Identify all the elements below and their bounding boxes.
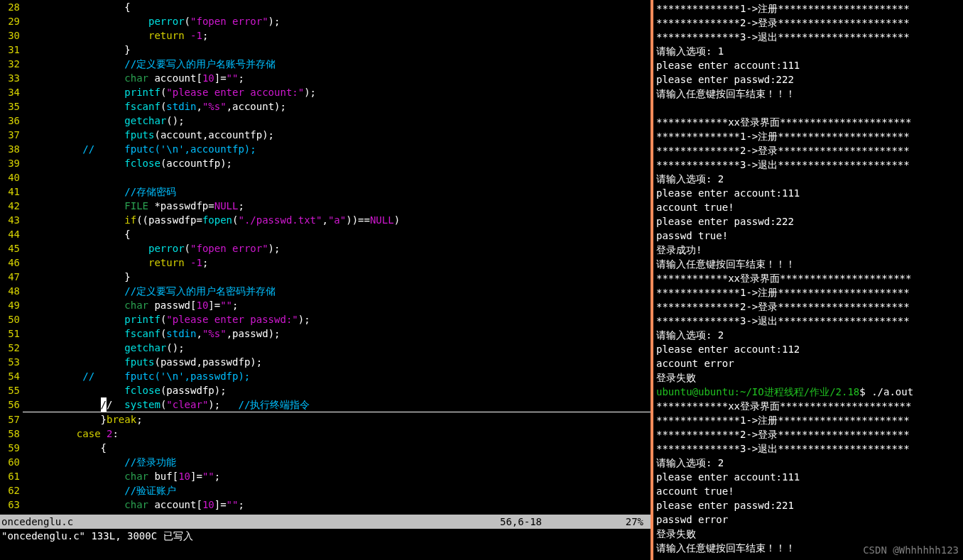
code-line[interactable]: 50 printf("please enter passwd:"); <box>0 312 651 326</box>
code-content[interactable]: // fputc('\n',passwdfp); <box>23 369 651 383</box>
line-number: 40 <box>0 170 23 185</box>
cursor-position: 56,6-18 <box>500 515 606 529</box>
prompt-user-host: ubuntu@ubuntu:~/IO进程线程/作业/2.18 <box>656 386 859 397</box>
code-content[interactable]: //存储密码 <box>23 185 651 199</box>
line-number: 44 <box>0 227 23 241</box>
code-line[interactable]: 58 case 2: <box>0 427 651 441</box>
line-number: 37 <box>0 128 23 142</box>
code-content[interactable]: printf("please enter account:"); <box>23 85 651 99</box>
prompt-command: $ ./a.out <box>859 386 913 397</box>
terminal-line: **************2->登录*********************… <box>656 427 960 441</box>
code-content[interactable]: perror("fopen error"); <box>23 14 651 28</box>
terminal-line: **************1->注册*********************… <box>656 1 960 16</box>
code-content[interactable]: getchar(); <box>23 341 651 355</box>
code-content[interactable]: if((passwdfp=fopen("./passwd.txt","a"))=… <box>23 213 651 227</box>
code-line[interactable]: 35 fscanf(stdin,"%s",account); <box>0 99 651 114</box>
code-line[interactable]: 33 char account[10]=""; <box>0 71 651 85</box>
terminal-line: ************xx登录界面********************** <box>656 271 960 285</box>
terminal-line: 登录失败 <box>656 527 960 541</box>
code-line[interactable]: 60 //登录功能 <box>0 455 651 469</box>
code-content[interactable]: char account[10]=""; <box>23 498 651 512</box>
code-content[interactable]: fscanf(stdin,"%s",account); <box>23 99 651 114</box>
code-content[interactable]: char buf[10]=""; <box>23 469 651 483</box>
code-line[interactable]: 45 perror("fopen error"); <box>0 241 651 256</box>
code-content[interactable]: { <box>23 227 651 241</box>
code-line[interactable]: 38 // fputc('\n',accountfp); <box>0 142 651 156</box>
code-content[interactable]: }break; <box>23 412 651 427</box>
code-line[interactable]: 44 { <box>0 227 651 241</box>
code-line[interactable]: 47 } <box>0 270 651 284</box>
code-content[interactable]: // system("clear"); //执行终端指令 <box>23 397 651 412</box>
line-number: 62 <box>0 483 23 498</box>
terminal-line: ubuntu@ubuntu:~/IO进程线程/作业/2.18$ ./a.out <box>656 385 960 399</box>
code-content[interactable]: // fputc('\n',accountfp); <box>23 142 651 156</box>
code-content[interactable]: printf("please enter passwd:"); <box>23 312 651 326</box>
code-line[interactable]: 29 perror("fopen error"); <box>0 14 651 28</box>
line-number: 54 <box>0 369 23 383</box>
code-line[interactable]: 32 //定义要写入的用户名账号并存储 <box>0 57 651 71</box>
terminal-line: ************xx登录界面********************** <box>656 399 960 413</box>
code-content[interactable]: fclose(passwdfp); <box>23 383 651 397</box>
status-message: "oncedenglu.c" 133L, 3000C 已写入 <box>0 529 651 543</box>
code-line[interactable]: 57 }break; <box>0 412 651 427</box>
line-number: 50 <box>0 312 23 326</box>
terminal-line: please enter account:112 <box>656 342 960 356</box>
filename-tab: oncedenglu.c <box>1 515 500 529</box>
watermark: CSDN @Whhhhhh123 <box>863 543 959 557</box>
code-line[interactable]: 46 return -1; <box>0 256 651 270</box>
code-content[interactable]: case 2: <box>23 427 651 441</box>
code-line[interactable]: 62 //验证账户 <box>0 483 651 498</box>
code-content[interactable]: FILE *passwdfp=NULL; <box>23 199 651 213</box>
code-content[interactable]: { <box>23 441 651 455</box>
code-line[interactable]: 56 // system("clear"); //执行终端指令 <box>0 397 651 412</box>
code-content[interactable] <box>23 170 651 185</box>
terminal-line: 请输入选项: 1 <box>656 44 960 58</box>
code-content[interactable]: fputs(passwd,passwdfp); <box>23 355 651 369</box>
code-content[interactable]: return -1; <box>23 256 651 270</box>
code-line[interactable]: 34 printf("please enter account:"); <box>0 85 651 99</box>
code-line[interactable]: 63 char account[10]=""; <box>0 498 651 512</box>
terminal-line: 请输入选项: 2 <box>656 456 960 470</box>
code-line[interactable]: 42 FILE *passwdfp=NULL; <box>0 199 651 213</box>
code-content[interactable]: //定义要写入的用户名账号并存储 <box>23 57 651 71</box>
code-content[interactable]: char passwd[10]=""; <box>23 298 651 312</box>
code-content[interactable]: //定义要写入的用户名密码并存储 <box>23 284 651 298</box>
code-line[interactable]: 51 fscanf(stdin,"%s",passwd); <box>0 326 651 341</box>
code-line[interactable]: 39 fclose(accountfp); <box>0 156 651 170</box>
code-line[interactable]: 59 { <box>0 441 651 455</box>
code-line[interactable]: 55 fclose(passwdfp); <box>0 383 651 397</box>
code-line[interactable]: 40 <box>0 170 651 185</box>
code-content[interactable]: fclose(accountfp); <box>23 156 651 170</box>
line-number: 30 <box>0 28 23 43</box>
code-line[interactable]: 49 char passwd[10]=""; <box>0 298 651 312</box>
code-line[interactable]: 36 getchar(); <box>0 114 651 128</box>
code-content[interactable]: fputs(account,accountfp); <box>23 128 651 142</box>
terminal-line: account true! <box>656 484 960 498</box>
code-line[interactable]: 54 // fputc('\n',passwdfp); <box>0 369 651 383</box>
code-area[interactable]: 28 {29 perror("fopen error");30 return -… <box>0 0 651 515</box>
code-line[interactable]: 61 char buf[10]=""; <box>0 469 651 483</box>
code-content[interactable]: getchar(); <box>23 114 651 128</box>
code-content[interactable]: return -1; <box>23 28 651 43</box>
code-line[interactable]: 41 //存储密码 <box>0 185 651 199</box>
code-line[interactable]: 43 if((passwdfp=fopen("./passwd.txt","a"… <box>0 213 651 227</box>
code-line[interactable]: 31 } <box>0 43 651 57</box>
code-content[interactable]: //登录功能 <box>23 455 651 469</box>
code-content[interactable]: } <box>23 43 651 57</box>
code-content[interactable]: fscanf(stdin,"%s",passwd); <box>23 326 651 341</box>
code-content[interactable]: perror("fopen error"); <box>23 241 651 256</box>
terminal-pane[interactable]: **************1->注册*********************… <box>653 0 963 560</box>
code-content[interactable]: { <box>23 0 651 14</box>
editor-pane[interactable]: 28 {29 perror("fopen error");30 return -… <box>0 0 651 560</box>
code-content[interactable]: } <box>23 270 651 284</box>
code-line[interactable]: 53 fputs(passwd,passwdfp); <box>0 355 651 369</box>
code-line[interactable]: 37 fputs(account,accountfp); <box>0 128 651 142</box>
code-line[interactable]: 52 getchar(); <box>0 341 651 355</box>
code-line[interactable]: 30 return -1; <box>0 28 651 43</box>
line-number: 47 <box>0 270 23 284</box>
line-number: 63 <box>0 498 23 512</box>
code-content[interactable]: //验证账户 <box>23 483 651 498</box>
code-line[interactable]: 48 //定义要写入的用户名密码并存储 <box>0 284 651 298</box>
code-content[interactable]: char account[10]=""; <box>23 71 651 85</box>
code-line[interactable]: 28 { <box>0 0 651 14</box>
